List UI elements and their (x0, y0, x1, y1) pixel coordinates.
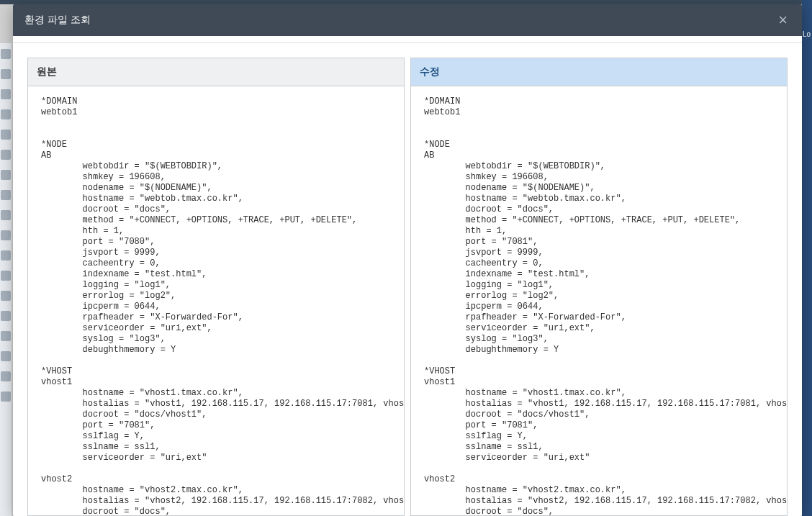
sidebar-icon (1, 271, 11, 281)
modified-panel-header: 수정 (411, 58, 787, 86)
original-panel: 원본 *DOMAIN webtob1 *NODE AB webtobdir = … (27, 58, 405, 516)
sidebar-icon (1, 351, 11, 361)
modal-title: 환경 파일 조회 (24, 14, 91, 27)
sidebar-icon (1, 391, 11, 402)
sidebar-icon (1, 210, 11, 220)
modal-header: 환경 파일 조회 × (13, 4, 802, 36)
sidebar-icon (1, 109, 11, 119)
close-button[interactable]: × (775, 12, 790, 28)
env-file-modal: 환경 파일 조회 × 원본 *DOMAIN webtob1 *NODE AB w… (13, 4, 802, 516)
modal-separator (13, 36, 802, 43)
sidebar-icon (1, 130, 11, 140)
sidebar-icon (1, 311, 11, 321)
sidebar-icon (1, 250, 11, 261)
modal-body: 원본 *DOMAIN webtob1 *NODE AB webtobdir = … (13, 43, 802, 516)
modified-panel: 수정 *DOMAIN webtob1 *NODE AB webtobdir = … (410, 58, 788, 516)
bg-right-bar (802, 0, 812, 516)
sidebar-icon (1, 331, 11, 341)
sidebar-icon (1, 371, 11, 381)
sidebar-icon (1, 230, 11, 240)
sidebar-icon (1, 89, 11, 99)
original-panel-content[interactable]: *DOMAIN webtob1 *NODE AB webtobdir = "$(… (28, 86, 404, 515)
sidebar-icon (1, 49, 11, 59)
original-panel-header: 원본 (28, 58, 404, 86)
bg-right-label: Lo (801, 29, 812, 40)
sidebar-icon (1, 190, 11, 200)
close-icon: × (778, 11, 788, 29)
sidebar-icon (1, 170, 11, 180)
sidebar-icon (1, 69, 11, 79)
bg-sidebar (0, 43, 12, 516)
sidebar-icon (1, 291, 11, 301)
sidebar-icon (1, 150, 11, 160)
modified-panel-content[interactable]: *DOMAIN webtob1 *NODE AB webtobdir = "$(… (411, 86, 787, 515)
